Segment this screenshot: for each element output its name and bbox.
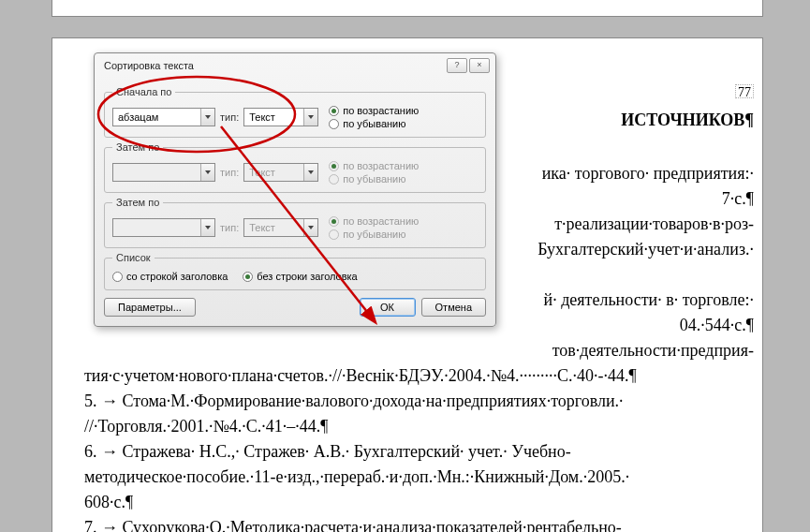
no-header-radio[interactable]: без строки заголовка (243, 271, 357, 282)
dialog-title-text: Сортировка текста (104, 60, 194, 71)
sort1-field-combo[interactable]: абзацам (112, 108, 215, 126)
sort2-type-combo: Текст (243, 163, 318, 182)
sort2-legend: Затем по (112, 141, 163, 153)
sort1-group: Сначала по абзацам тип: Текст по возраст… (104, 86, 486, 138)
sort1-legend: Сначала по (112, 86, 175, 97)
params-button[interactable]: Параметры... (104, 298, 196, 317)
cancel-button[interactable]: Отмена (421, 298, 486, 317)
doc-top-margin (52, 0, 763, 17)
sort1-asc-radio[interactable]: по возрастанию (329, 105, 419, 116)
sort2-field-combo[interactable] (112, 163, 215, 182)
sort-text-dialog: Сортировка текста ? × Сначала по абзацам… (94, 52, 496, 327)
ok-button[interactable]: ОК (360, 298, 416, 317)
sort3-type-combo: Текст (243, 218, 318, 237)
sort3-legend: Затем по (112, 197, 163, 208)
sort3-desc-radio: по убыванию (329, 229, 419, 240)
list-legend: Список (112, 252, 155, 263)
sort3-field-combo (112, 218, 215, 237)
sort2-asc-radio: по возрастанию (329, 160, 419, 171)
chevron-down-icon (303, 219, 317, 236)
chevron-down-icon[interactable] (200, 164, 214, 181)
list-group: Список со строкой заголовка без строки з… (104, 252, 486, 290)
chevron-down-icon (200, 219, 214, 236)
with-header-radio[interactable]: со строкой заголовка (112, 271, 228, 282)
chevron-down-icon[interactable] (303, 109, 317, 126)
chevron-down-icon (303, 164, 317, 181)
sort2-group: Затем по тип: Текст по возрастанию по уб… (104, 141, 486, 193)
sort3-asc-radio: по возрастанию (329, 215, 419, 227)
sort1-type-combo[interactable]: Текст (243, 108, 318, 126)
help-button[interactable]: ? (447, 58, 467, 73)
dialog-titlebar[interactable]: Сортировка текста ? × (95, 53, 495, 78)
sort1-desc-radio[interactable]: по убыванию (329, 118, 419, 129)
sort2-desc-radio: по убыванию (329, 173, 419, 185)
sort3-group: Затем по тип: Текст по возрастанию по уб… (104, 197, 486, 248)
page-number-field: 77 (735, 84, 754, 98)
close-button[interactable]: × (469, 58, 490, 73)
chevron-down-icon[interactable] (200, 109, 214, 126)
